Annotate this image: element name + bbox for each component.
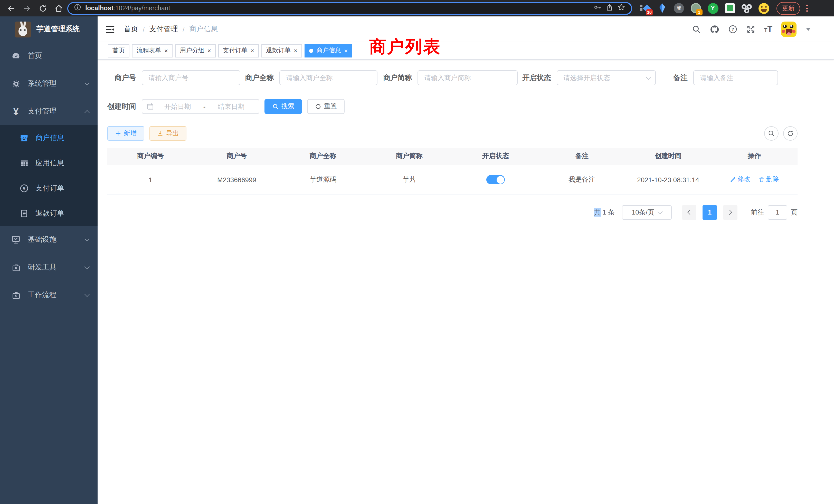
extension-sheet-icon[interactable] <box>724 3 736 14</box>
breadcrumb-home[interactable]: 首页 <box>124 25 138 34</box>
browser-reload-button[interactable] <box>37 3 48 14</box>
tab-pay-order[interactable]: 支付订单 × <box>218 44 259 57</box>
status-label: 开启状态 <box>522 73 551 83</box>
merchant-no-label: 商户号 <box>114 73 136 83</box>
pagination-total: 共 1 条 <box>594 208 615 217</box>
col-merchant-no: 商户号 <box>194 148 280 165</box>
merchant-no-input[interactable] <box>142 70 240 85</box>
yen-circle-icon: ¥ <box>19 183 29 193</box>
sidebar-item-workflow[interactable]: 工作流程 <box>0 281 97 309</box>
extension-command-icon[interactable]: ⌘ <box>673 3 684 14</box>
cell-merchant-id: 1 <box>107 165 194 194</box>
sidebar-collapse-icon[interactable] <box>105 24 115 34</box>
col-status: 开启状态 <box>453 148 539 165</box>
user-avatar[interactable] <box>781 22 796 37</box>
cell-full-name: 芋道源码 <box>280 165 366 194</box>
address-bar[interactable]: localhost:1024/pay/merchant <box>67 2 632 15</box>
extension-avatar-icon[interactable]: 1 <box>690 3 702 14</box>
col-merchant-id: 商户编号 <box>107 148 194 165</box>
gear-icon <box>11 79 21 88</box>
site-info-icon[interactable] <box>74 4 81 13</box>
prev-page-button[interactable] <box>682 205 696 220</box>
col-remark: 备注 <box>539 148 625 165</box>
reset-button[interactable]: 重置 <box>307 99 345 114</box>
show-search-button[interactable] <box>764 126 778 141</box>
status-toggle[interactable] <box>486 175 505 184</box>
dashboard-icon <box>11 51 21 61</box>
extension-pretzel-icon[interactable] <box>741 3 752 14</box>
sidebar-item-home[interactable]: 首页 <box>0 42 97 70</box>
extension-kite-icon[interactable] <box>656 3 667 14</box>
close-icon[interactable]: × <box>294 47 297 54</box>
next-page-button[interactable] <box>723 205 738 220</box>
extension-split-icon[interactable]: 10 <box>639 3 651 14</box>
browser-update-button[interactable]: 更新 <box>776 2 800 15</box>
browser-menu-icon[interactable] <box>804 3 810 14</box>
tab-process-form[interactable]: 流程表单 × <box>132 44 173 57</box>
close-icon[interactable]: × <box>250 47 254 54</box>
sidebar-item-dev-tools[interactable]: 研发工具 <box>0 254 97 281</box>
export-button[interactable]: 导出 <box>150 126 186 141</box>
extension-emoji-icon[interactable] <box>758 3 769 14</box>
tab-refund-order[interactable]: 退款订单 × <box>261 44 302 57</box>
fullscreen-icon[interactable] <box>746 25 755 34</box>
github-icon[interactable] <box>710 24 720 34</box>
page-number-1[interactable]: 1 <box>703 205 717 220</box>
browser-back-button[interactable] <box>5 3 17 14</box>
pagination: 共 1 条 10条/页 1 前往 页 <box>107 205 797 220</box>
filter-row-2: 创建时间 开始日期 - 结束日期 搜索 <box>107 99 797 114</box>
short-name-input[interactable] <box>418 70 518 85</box>
help-icon[interactable]: ? <box>728 25 738 34</box>
sidebar-item-merchant-info[interactable]: 商户信息 <box>0 125 97 151</box>
close-icon[interactable]: × <box>164 47 168 54</box>
status-select[interactable]: 请选择开启状态 <box>557 70 656 85</box>
date-range-picker[interactable]: 开始日期 - 结束日期 <box>142 99 259 114</box>
avatar-caret-icon[interactable] <box>806 28 810 30</box>
top-navbar: 首页 / 支付管理 / 商户信息 ? <box>97 17 834 42</box>
remark-input[interactable] <box>693 70 778 85</box>
breadcrumb-payment[interactable]: 支付管理 <box>149 25 178 34</box>
share-icon[interactable] <box>606 3 613 13</box>
sidebar-item-app-info[interactable]: 应用信息 <box>0 151 97 176</box>
header-search-icon[interactable] <box>692 25 701 34</box>
browser-home-button[interactable] <box>53 3 64 14</box>
close-icon[interactable]: × <box>207 47 211 54</box>
goto-suffix: 页 <box>791 208 797 217</box>
tab-user-group[interactable]: 用户分组 × <box>175 44 216 57</box>
sidebar-item-pay-order[interactable]: ¥ 支付订单 <box>0 176 97 201</box>
app-logo[interactable]: 芋道管理系统 <box>0 17 97 42</box>
page-content: 商户号 商户全称 商户简称 开启状态 请选择开启状态 备注 创 <box>97 60 834 220</box>
sidebar-item-infrastructure[interactable]: 基础设施 <box>0 226 97 254</box>
search-button[interactable]: 搜索 <box>264 99 302 114</box>
yen-icon: ¥ <box>11 107 21 116</box>
full-name-input[interactable] <box>279 70 377 85</box>
goto-page-input[interactable] <box>768 205 787 220</box>
close-icon[interactable]: × <box>344 47 348 54</box>
table-header-row: 商户编号 商户号 商户全称 商户简称 开启状态 备注 创建时间 操作 <box>107 148 797 165</box>
extension-y-icon[interactable]: Y <box>707 3 719 14</box>
refresh-button[interactable] <box>783 126 797 141</box>
password-key-icon[interactable] <box>593 3 601 13</box>
tab-merchant-info[interactable]: 商户信息 × <box>305 44 352 57</box>
font-size-icon[interactable]: TT <box>764 25 772 33</box>
page-size-select[interactable]: 10条/页 <box>622 205 672 220</box>
document-icon <box>19 209 29 217</box>
cell-status <box>453 165 539 194</box>
sidebar-item-system[interactable]: 系统管理 <box>0 70 97 97</box>
logo-avatar <box>15 21 31 37</box>
delete-link[interactable]: 删除 <box>759 175 779 184</box>
add-button[interactable]: 新增 <box>107 126 144 141</box>
app-title: 芋道管理系统 <box>37 25 80 34</box>
svg-text:¥: ¥ <box>23 186 25 191</box>
grid-icon <box>19 159 29 167</box>
cell-remark: 我是备注 <box>539 165 625 194</box>
chevron-down-icon <box>85 292 90 297</box>
sidebar-item-payment[interactable]: ¥ 支付管理 <box>0 97 97 125</box>
tab-home[interactable]: 首页 <box>108 44 129 57</box>
col-full-name: 商户全称 <box>280 148 366 165</box>
sidebar-item-refund-order[interactable]: 退款订单 <box>0 201 97 226</box>
bookmark-star-icon[interactable] <box>617 3 626 13</box>
chevron-down-icon <box>85 80 90 86</box>
browser-forward-button[interactable] <box>21 3 32 14</box>
edit-link[interactable]: 修改 <box>730 175 750 184</box>
